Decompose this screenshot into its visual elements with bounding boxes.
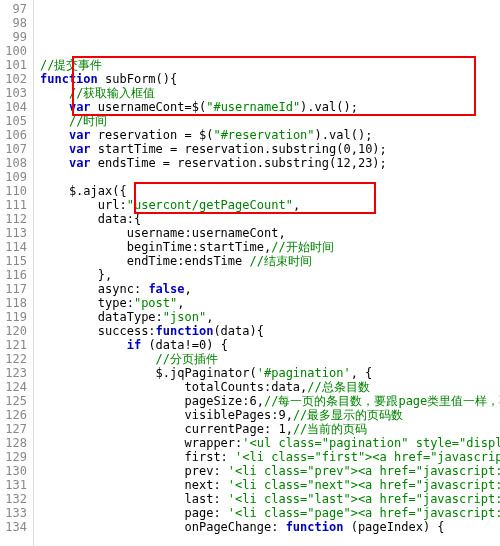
line-number: 101 xyxy=(4,58,27,72)
line-number: 117 xyxy=(4,282,27,296)
code-line: currentPage: 1,//当前的页码 xyxy=(40,422,500,436)
line-number: 99 xyxy=(4,30,27,44)
code-line: async: false, xyxy=(40,282,500,296)
line-number: 115 xyxy=(4,254,27,268)
code-line: type:"post", xyxy=(40,296,500,310)
line-number: 121 xyxy=(4,338,27,352)
line-number-gutter: 9798991001011021031041051061071081091101… xyxy=(0,0,34,546)
code-line: data:{ xyxy=(40,212,500,226)
line-number: 129 xyxy=(4,450,27,464)
code-line: $.ajax({ xyxy=(40,184,500,198)
code-line: //获取输入框值 xyxy=(40,86,500,100)
code-line: }, xyxy=(40,268,500,282)
code-line: var usernameCont=$("#usernameId").val(); xyxy=(40,100,500,114)
line-number: 107 xyxy=(4,142,27,156)
code-line: function subForm(){ xyxy=(40,72,500,86)
code-line xyxy=(40,534,500,546)
code-line: beginTime:startTime,//开始时间 xyxy=(40,240,500,254)
line-number: 116 xyxy=(4,268,27,282)
code-line: if (data!=0) { xyxy=(40,338,500,352)
line-number: 100 xyxy=(4,44,27,58)
line-number: 112 xyxy=(4,212,27,226)
code-area: //提交事件function subForm(){ //获取输入框值 var u… xyxy=(34,0,500,546)
code-line: //提交事件 xyxy=(40,58,500,72)
line-number: 108 xyxy=(4,156,27,170)
code-line xyxy=(40,170,500,184)
code-line: var endsTime = reservation.substring(12,… xyxy=(40,156,500,170)
code-line: visiblePages:9,//最多显示的页码数 xyxy=(40,408,500,422)
line-number: 103 xyxy=(4,86,27,100)
line-number: 110 xyxy=(4,184,27,198)
line-number: 118 xyxy=(4,296,27,310)
code-line: page: '<li class="page"><a href="javascr… xyxy=(40,506,500,520)
line-number: 106 xyxy=(4,128,27,142)
line-number: 111 xyxy=(4,198,27,212)
line-number: 97 xyxy=(4,2,27,16)
code-line: var startTime = reservation.substring(0,… xyxy=(40,142,500,156)
line-number: 125 xyxy=(4,394,27,408)
code-line: success:function(data){ xyxy=(40,324,500,338)
code-line: first: '<li class="first"><a href="javas… xyxy=(40,450,500,464)
line-number: 131 xyxy=(4,478,27,492)
code-line: username:usernameCont, xyxy=(40,226,500,240)
line-number: 127 xyxy=(4,422,27,436)
line-number: 98 xyxy=(4,16,27,30)
code-line: //时间 xyxy=(40,114,500,128)
line-number: 114 xyxy=(4,240,27,254)
line-number: 132 xyxy=(4,492,27,506)
line-number: 134 xyxy=(4,520,27,534)
line-number: 109 xyxy=(4,170,27,184)
code-line: last: '<li class="last"><a href="javascr… xyxy=(40,492,500,506)
line-number: 105 xyxy=(4,114,27,128)
line-number: 130 xyxy=(4,464,27,478)
line-number: 119 xyxy=(4,310,27,324)
code-line: pageSize:6,//每一页的条目数，要跟page类里值一样，不然显示的值对 xyxy=(40,394,500,408)
code-line: next: '<li class="next"><a href="javascr… xyxy=(40,478,500,492)
code-editor: 9798991001011021031041051061071081091101… xyxy=(0,0,500,546)
code-line: dataType:"json", xyxy=(40,310,500,324)
code-line: wrapper:'<ul class="pagination" style="d… xyxy=(40,436,500,450)
code-line: url:"usercont/getPageCount", xyxy=(40,198,500,212)
line-number: 104 xyxy=(4,100,27,114)
code-line: prev: '<li class="prev"><a href="javascr… xyxy=(40,464,500,478)
line-number: 123 xyxy=(4,366,27,380)
code-line: onPageChange: function (pageIndex) { xyxy=(40,520,500,534)
line-number: 102 xyxy=(4,72,27,86)
line-number: 113 xyxy=(4,226,27,240)
code-line: totalCounts:data,//总条目数 xyxy=(40,380,500,394)
code-line: $.jqPaginator('#pagination', { xyxy=(40,366,500,380)
line-number: 122 xyxy=(4,352,27,366)
line-number: 124 xyxy=(4,380,27,394)
code-line: endTime:endsTime //结束时间 xyxy=(40,254,500,268)
line-number: 128 xyxy=(4,436,27,450)
code-line: //分页插件 xyxy=(40,352,500,366)
line-number: 126 xyxy=(4,408,27,422)
code-line: var reservation = $("#reservation").val(… xyxy=(40,128,500,142)
line-number: 133 xyxy=(4,506,27,520)
line-number: 120 xyxy=(4,324,27,338)
